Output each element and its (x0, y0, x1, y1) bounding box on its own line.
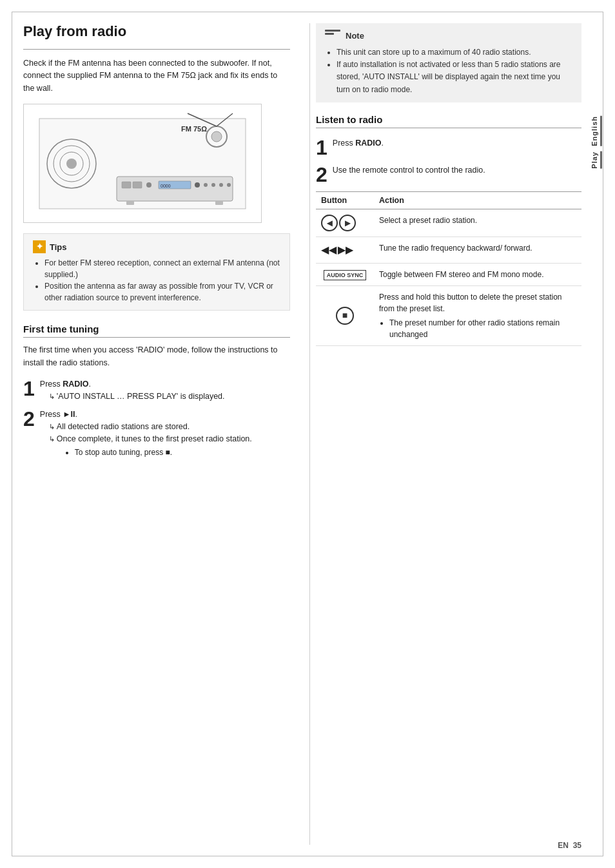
skip-prev-button: ◀ (321, 215, 338, 231)
step-2-sub-3: To stop auto tuning, press ■. (75, 447, 290, 458)
table-cell-action-2: Tune the radio frequency backward/ forwa… (374, 236, 581, 263)
svg-rect-10 (133, 182, 142, 188)
svg-point-11 (146, 182, 151, 188)
table-cell-action-1: Select a preset radio station. (374, 209, 581, 236)
skip-buttons: ◀ ▶ (321, 215, 369, 231)
note-label: Note (346, 31, 364, 41)
note-item-1: This unit can store up to a maximum of 4… (337, 46, 572, 59)
page-num: 35 (573, 841, 581, 850)
table-action-4-sub-1: The preset number for other radio statio… (389, 317, 576, 340)
tips-list: For better FM stereo reception, connect … (33, 257, 280, 304)
stop-button: ■ (336, 307, 354, 325)
table-header-button: Button (316, 191, 374, 209)
border-left (12, 12, 12, 856)
device-illustration: FM 75Ω (33, 112, 252, 215)
side-tab: English Play (591, 116, 602, 168)
tips-box: ✦ Tips For better FM stereo reception, c… (23, 233, 290, 311)
step-1-content: Press RADIO. 'AUTO INSTALL … PRESS PLAY'… (40, 378, 290, 403)
step-2-number: 2 (23, 409, 35, 429)
svg-point-5 (66, 159, 77, 169)
step-2-sub-1: All detected radio stations are stored. (49, 421, 290, 433)
step-2-content: Press ►II. All detected radio stations a… (40, 409, 290, 458)
listen-step-1-number: 1 (316, 137, 327, 158)
first-time-tuning-title: First time tuning (23, 323, 290, 338)
page-number: EN 35 (558, 841, 581, 850)
listen-step-2: 2 Use the remote control to control the … (316, 164, 581, 185)
table-action-4-main: Press and hold this button to delete the… (379, 293, 562, 313)
border-right (603, 12, 603, 856)
radio-control-table: Button Action ◀ ▶ Select a preset rad (316, 191, 581, 346)
table-cell-action-4: Press and hold this button to delete the… (374, 285, 581, 345)
audio-sync-button: AUDIO SYNC (324, 270, 367, 280)
table-row-1: ◀ ▶ Select a preset radio station. (316, 209, 581, 236)
svg-point-16 (211, 183, 215, 187)
table-cell-button-4: ■ (316, 285, 374, 345)
right-column: Note This unit can store up to a maximum… (303, 23, 581, 845)
page-title: Play from radio (23, 23, 290, 40)
svg-point-15 (204, 183, 208, 187)
intro-text: Check if the FM antenna has been connect… (23, 57, 290, 95)
step-2-sub-2: Once complete, it tunes to the first pre… (49, 433, 290, 445)
tips-star-icon: ✦ (33, 240, 46, 253)
fast-forward-button: ▶▶ (338, 242, 353, 258)
table-row-4: ■ Press and hold this button to delete t… (316, 285, 581, 345)
note-box: Note This unit can store up to a maximum… (316, 23, 581, 102)
skip-next-button: ▶ (339, 215, 356, 231)
step-1-sub-1: 'AUTO INSTALL … PRESS PLAY' is displayed… (49, 391, 290, 403)
first-time-tuning-section: First time tuning The first time when yo… (23, 323, 290, 458)
rewind-button: ◀◀ (321, 242, 337, 258)
note-icon (325, 30, 340, 41)
left-column: Play from radio Check if the FM antenna … (23, 23, 303, 845)
listen-to-radio-section: Listen to radio 1 Press RADIO. 2 Use the… (316, 114, 581, 346)
svg-text:FM 75Ω: FM 75Ω (181, 125, 207, 133)
side-tab-english-label: English (591, 116, 602, 146)
step-1-text: Press RADIO. (40, 380, 91, 389)
table-cell-button-3: AUDIO SYNC (316, 263, 374, 285)
listen-step-2-text: Use the remote control to control the ra… (333, 166, 485, 175)
step-2: 2 Press ►II. All detected radio stations… (23, 409, 290, 458)
note-item-2: If auto installation is not activated or… (337, 59, 572, 96)
listen-step-1-content: Press RADIO. (333, 137, 581, 149)
tip-item-1: For better FM stereo reception, connect … (44, 257, 280, 280)
svg-rect-9 (122, 182, 131, 188)
svg-rect-22 (215, 201, 223, 205)
step-2-text: Press ►II. (40, 410, 77, 419)
tip-item-2: Position the antenna as far away as poss… (44, 280, 280, 304)
border-top (12, 12, 603, 12)
title-divider (23, 49, 290, 50)
border-bottom (12, 856, 603, 856)
step-1: 1 Press RADIO. 'AUTO INSTALL … PRESS PLA… (23, 378, 290, 403)
svg-point-17 (219, 183, 223, 187)
side-tab-play-label: Play (591, 151, 602, 169)
table-action-4-sublist: The preset number for other radio statio… (379, 317, 576, 340)
svg-point-18 (227, 183, 231, 187)
table-cell-action-3: Toggle between FM stereo and FM mono mod… (374, 263, 581, 285)
listen-step-1-text: Press RADIO. (333, 139, 384, 148)
listen-step-2-content: Use the remote control to control the ra… (333, 164, 581, 177)
note-icon-line-1 (325, 30, 340, 32)
tips-label: Tips (50, 242, 67, 252)
device-image: FM 75Ω (23, 104, 262, 223)
svg-rect-21 (126, 201, 134, 205)
svg-text:0000: 0000 (161, 184, 171, 188)
svg-point-14 (195, 182, 200, 188)
table-row-2: ◀◀ ▶▶ Tune the radio frequency backward/… (316, 236, 581, 263)
note-list: This unit can store up to a maximum of 4… (325, 46, 572, 96)
table-cell-button-1: ◀ ▶ (316, 209, 374, 236)
note-icon-line-2 (325, 33, 334, 35)
listen-step-1: 1 Press RADIO. (316, 137, 581, 158)
tips-header: ✦ Tips (33, 240, 280, 253)
page-lang-code: EN (558, 841, 569, 850)
svg-point-7 (211, 131, 222, 142)
step-1-number: 1 (23, 378, 35, 399)
first-time-tuning-intro: The first time when you access 'RADIO' m… (23, 344, 290, 369)
main-content: Play from radio Check if the FM antenna … (23, 23, 581, 845)
rew-fwd-buttons: ◀◀ ▶▶ (321, 242, 369, 258)
table-row-3: AUDIO SYNC Toggle between FM stereo and … (316, 263, 581, 285)
table-header-action: Action (374, 191, 581, 209)
table-cell-button-2: ◀◀ ▶▶ (316, 236, 374, 263)
note-header: Note (325, 30, 572, 41)
listen-step-2-number: 2 (316, 164, 327, 185)
listen-to-radio-title: Listen to radio (316, 114, 581, 128)
